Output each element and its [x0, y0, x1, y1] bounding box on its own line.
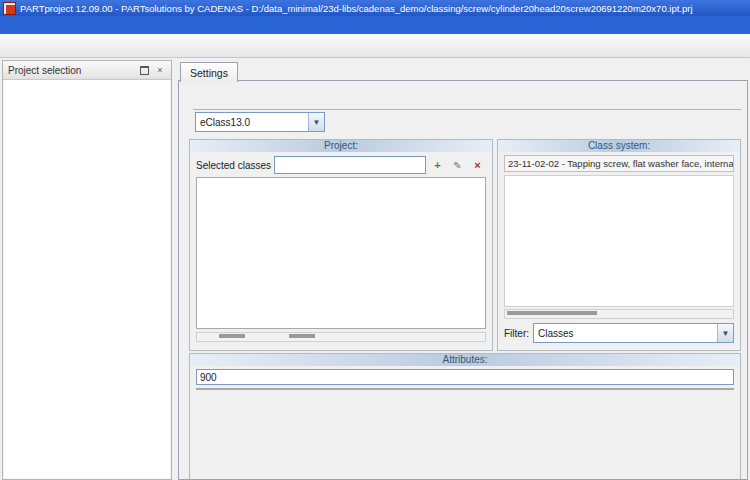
classification-tabs	[193, 87, 741, 110]
eclass-dropdown-value: eClass13.0	[196, 117, 308, 128]
eclass-dropdown[interactable]: eClass13.0 ▼	[195, 112, 325, 132]
menu-bar	[0, 16, 750, 34]
window-title: PARTproject 12.09.00 - PARTsolutions by …	[20, 3, 693, 14]
panel-header: Project selection ×	[3, 61, 171, 80]
project-groupbox-title: Project:	[190, 140, 492, 152]
selected-classes-input[interactable]	[274, 156, 426, 174]
settings-content: eClass13.0 ▼ Project: Selected classes +…	[178, 80, 748, 480]
remove-class-icon[interactable]: ×	[469, 157, 486, 174]
app-icon	[3, 2, 16, 15]
filter-label: Filter:	[504, 328, 529, 339]
toolbar	[0, 34, 750, 58]
class-system-groupbox: Class system: 23-11-02-02 - Tapping scre…	[497, 139, 741, 351]
project-tree	[4, 80, 170, 478]
attributes-title: Attributes:	[190, 354, 740, 366]
chevron-down-icon: ▼	[308, 113, 324, 131]
attributes-groupbox: Attributes:	[189, 353, 741, 480]
attributes-table	[196, 388, 734, 390]
tab-settings[interactable]: Settings	[180, 62, 238, 82]
attributes-filter-input[interactable]	[196, 369, 734, 385]
class-system-row: eClass13.0 ▼	[195, 113, 739, 131]
project-groupbox: Project: Selected classes + ✎ ×	[189, 139, 493, 351]
add-class-icon[interactable]: +	[429, 157, 446, 174]
panel-title: Project selection	[8, 65, 81, 76]
filter-dropdown[interactable]: Classes ▼	[533, 323, 734, 343]
selected-classes-table	[196, 177, 486, 329]
undock-icon[interactable]	[136, 63, 152, 78]
edit-class-icon[interactable]: ✎	[449, 157, 466, 174]
close-icon[interactable]: ×	[152, 63, 168, 78]
selected-classes-label: Selected classes	[196, 160, 271, 171]
filter-dropdown-value: Classes	[534, 328, 717, 339]
class-system-tree	[504, 175, 734, 307]
chevron-down-icon: ▼	[717, 324, 733, 342]
class-system-title: Class system:	[498, 140, 740, 152]
project-selection-panel: Project selection ×	[2, 60, 172, 480]
horizontal-scrollbar[interactable]	[504, 309, 734, 319]
current-class-field: 23-11-02-02 - Tapping screw, flat washer…	[504, 155, 734, 172]
horizontal-scrollbar[interactable]	[196, 332, 486, 342]
title-bar: PARTproject 12.09.00 - PARTsolutions by …	[0, 0, 750, 16]
tab-settings-label: Settings	[190, 67, 228, 79]
